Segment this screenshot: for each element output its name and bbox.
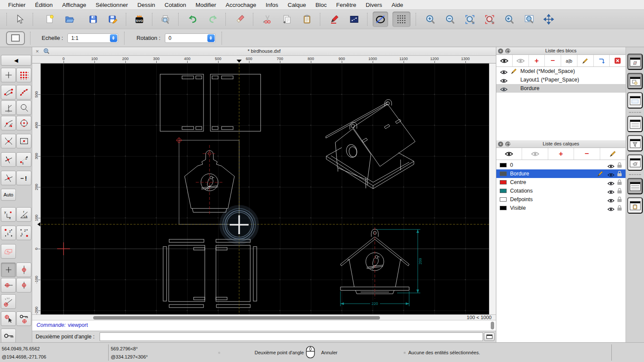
restrict-angle-button[interactable] bbox=[1, 294, 16, 309]
insert-block-button[interactable] bbox=[594, 55, 610, 66]
zoom-auto-button[interactable] bbox=[462, 12, 477, 27]
snap-center-button[interactable] bbox=[16, 116, 31, 130]
command-line-dock-button[interactable] bbox=[627, 178, 643, 194]
snap-auto-button[interactable]: Auto bbox=[1, 189, 16, 201]
menu-item-cotation[interactable]: Cotation bbox=[160, 2, 191, 8]
zoom-selection-button[interactable] bbox=[482, 12, 497, 27]
library-browser-dock-button[interactable] bbox=[627, 92, 643, 109]
menu-item-dition[interactable]: Édition bbox=[30, 2, 58, 8]
lock-icon[interactable] bbox=[617, 205, 622, 214]
zoom-previous-button[interactable] bbox=[501, 12, 517, 27]
hide-all-blocks-button[interactable] bbox=[513, 55, 529, 66]
view-tools-dock-button[interactable] bbox=[627, 154, 643, 171]
add-block-button[interactable]: + bbox=[529, 55, 545, 66]
svg-export-button[interactable]: SVG bbox=[131, 12, 147, 27]
remove-layer-button[interactable]: − bbox=[574, 148, 600, 160]
magnifier-icon[interactable] bbox=[43, 48, 49, 57]
snap-distance-button[interactable]: 12 bbox=[16, 152, 31, 167]
purge-block-button[interactable] bbox=[610, 55, 626, 66]
snap-endpoints-button[interactable] bbox=[1, 85, 16, 100]
horizontal-scrollbar[interactable]: 100 < 1000 bbox=[32, 314, 496, 320]
snap-grid-button[interactable] bbox=[16, 68, 31, 82]
stepper-icon[interactable] bbox=[110, 34, 117, 42]
scrollbar-thumb[interactable] bbox=[491, 322, 494, 329]
paste-button[interactable] bbox=[299, 12, 315, 27]
copy-button[interactable] bbox=[279, 12, 295, 27]
command-input[interactable] bbox=[100, 332, 483, 341]
menu-item-accrochage[interactable]: Accrochage bbox=[221, 2, 261, 8]
scrollbar-thumb[interactable] bbox=[93, 316, 380, 320]
vertical-scrollbar[interactable] bbox=[489, 63, 496, 314]
corner-point-1-button[interactable]: 12 bbox=[1, 226, 16, 240]
edit-block-button[interactable] bbox=[577, 55, 594, 66]
zoom-window-button[interactable] bbox=[521, 12, 537, 27]
show-all-layers-button[interactable] bbox=[496, 148, 522, 160]
menu-item-fichier[interactable]: Fichier bbox=[3, 2, 30, 8]
drawing-canvas[interactable]: 220 209 bbox=[41, 63, 489, 314]
menu-item-calque[interactable]: Calque bbox=[283, 2, 311, 8]
layer-color-swatch[interactable] bbox=[500, 163, 507, 167]
menu-item-aide[interactable]: Aide bbox=[387, 2, 408, 8]
redo-button[interactable] bbox=[205, 12, 220, 27]
keyboard-toggle-button[interactable] bbox=[484, 332, 495, 341]
close-tab-icon[interactable]: × bbox=[36, 47, 39, 55]
layer-row[interactable]: Bordure bbox=[496, 169, 626, 178]
block-row[interactable]: Layout1 (*Paper_Space) bbox=[496, 75, 626, 84]
save-button[interactable] bbox=[85, 12, 101, 27]
hide-all-layers-button[interactable] bbox=[522, 148, 548, 160]
snap-middle-button[interactable] bbox=[16, 134, 31, 148]
delete-eraser-button[interactable] bbox=[232, 12, 248, 27]
draw-pencil-button[interactable] bbox=[327, 12, 342, 27]
rename-block-button[interactable]: a|b bbox=[561, 55, 577, 66]
undo-button[interactable] bbox=[185, 12, 200, 27]
detach-panel-icon[interactable] bbox=[505, 142, 510, 147]
cut-button[interactable] bbox=[260, 12, 275, 27]
layer-list-dock-button[interactable] bbox=[627, 73, 643, 89]
menu-item-dessin[interactable]: Dessin bbox=[133, 2, 160, 8]
rotation-combobox[interactable]: 0 bbox=[165, 33, 216, 43]
layer-color-swatch[interactable] bbox=[500, 189, 507, 193]
grid-toggle-button[interactable] bbox=[392, 12, 410, 27]
close-panel-icon[interactable]: × bbox=[498, 48, 503, 54]
menu-item-fentre[interactable]: Fenêtre bbox=[331, 2, 361, 8]
new-document-button[interactable] bbox=[42, 12, 58, 27]
block-row[interactable]: Model (*Model_Space) bbox=[496, 67, 626, 75]
restrict-nothing-button[interactable] bbox=[1, 262, 16, 277]
edit-layer-button[interactable] bbox=[600, 148, 626, 160]
block-row[interactable]: Bordure bbox=[496, 84, 626, 93]
layer-row[interactable]: Defpoints bbox=[496, 195, 626, 204]
visibility-eye-icon[interactable] bbox=[500, 86, 507, 94]
menu-item-affichage[interactable]: Affichage bbox=[58, 2, 91, 8]
layer-row[interactable]: Cotations bbox=[496, 187, 626, 195]
coordinate-cartesian-button[interactable]: yx bbox=[1, 207, 16, 222]
open-file-button[interactable] bbox=[62, 12, 77, 27]
relative-zero-key-button[interactable] bbox=[1, 329, 16, 343]
snap-auto-intersection-button[interactable] bbox=[1, 152, 16, 167]
detach-panel-icon[interactable] bbox=[505, 48, 510, 54]
pan-button[interactable] bbox=[541, 12, 556, 27]
snap-on-entity-button[interactable] bbox=[16, 100, 31, 115]
menu-item-bloc[interactable]: Bloc bbox=[311, 2, 331, 8]
menu-item-infos[interactable]: Infos bbox=[261, 2, 283, 8]
save-as-button[interactable] bbox=[105, 12, 121, 27]
zoom-out-button[interactable] bbox=[442, 12, 458, 27]
snap-tangent-button[interactable] bbox=[1, 116, 16, 130]
print-preview-button[interactable] bbox=[158, 12, 173, 27]
remove-block-button[interactable]: − bbox=[545, 55, 561, 66]
layer-color-swatch[interactable] bbox=[500, 197, 507, 202]
zoom-in-button[interactable] bbox=[422, 12, 438, 27]
clipboard-dock-button[interactable] bbox=[627, 197, 643, 214]
add-layer-button[interactable]: + bbox=[548, 148, 574, 160]
menu-item-modifier[interactable]: Modifier bbox=[191, 2, 221, 8]
layer-color-swatch[interactable] bbox=[500, 180, 507, 184]
snap-reference-button[interactable] bbox=[1, 244, 16, 259]
menu-item-divers[interactable]: Divers bbox=[361, 2, 387, 8]
block-list-dock-button[interactable] bbox=[627, 54, 643, 70]
layer-row[interactable]: 0 bbox=[496, 161, 626, 169]
lock-relative-zero-button[interactable] bbox=[16, 311, 31, 326]
snap-intersection-button[interactable] bbox=[1, 134, 16, 148]
snap-restrict-off-button[interactable]: ! bbox=[16, 171, 31, 185]
restrict-horizontal-button[interactable] bbox=[1, 278, 16, 293]
snap-points-on-entity-button[interactable] bbox=[16, 85, 31, 100]
set-relative-zero-button[interactable] bbox=[1, 311, 16, 326]
